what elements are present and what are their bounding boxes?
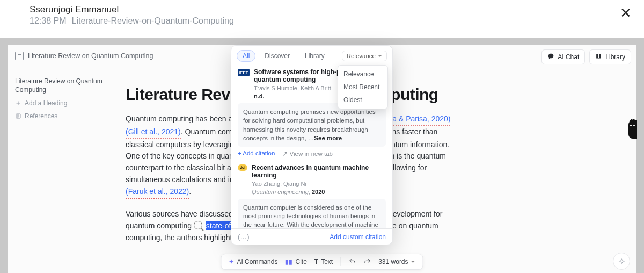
search-icon[interactable] [194, 221, 202, 229]
references-label: References [25, 112, 57, 120]
book-icon [595, 53, 602, 61]
citation-panel: All Discover Library Relevance Relevance… [231, 45, 393, 245]
cite-tab-discover[interactable]: Discover [259, 50, 296, 62]
file-name: Literature-Review-on-Quantum-Computing [71, 16, 233, 26]
add-custom-citation-button[interactable]: Add custom citation [330, 233, 386, 241]
add-heading-label: Add a Heading [25, 99, 67, 107]
text-button[interactable]: T Text [314, 258, 333, 265]
result-title[interactable]: Recent advances in quantum machine learn… [252, 164, 386, 179]
library-button[interactable]: Library [589, 49, 631, 64]
add-heading-button[interactable]: Add a Heading [15, 99, 104, 107]
close-button[interactable]: ✕ [617, 4, 634, 21]
text-icon: T [314, 258, 318, 265]
ai-chat-button[interactable]: AI Chat [541, 49, 585, 64]
sort-button[interactable]: Relevance [342, 51, 387, 61]
user-name: Sserunjogi Emmanuel [30, 4, 234, 15]
outline-current[interactable]: Literature Review on Quantum Computing [15, 77, 104, 94]
library-label: Library [605, 53, 625, 61]
citation-faruk[interactable]: (Faruk et al., 2022) [126, 186, 189, 199]
mascot-peek [628, 120, 637, 139]
sort-option-relevance[interactable]: Relevance [338, 68, 387, 81]
timestamp: 12:38 PM [30, 16, 66, 26]
redo-button[interactable] [363, 258, 371, 265]
chevron-down-icon [411, 261, 415, 265]
sort-option-oldest[interactable]: Oldest [338, 94, 387, 106]
result-snippet: Quantum computer is considered as one of… [238, 199, 386, 228]
see-more-link[interactable]: See more [314, 135, 342, 141]
undo-icon [348, 258, 356, 265]
references-button[interactable]: References [15, 112, 104, 120]
add-citation-button[interactable]: + Add citation [238, 150, 275, 157]
result-journal: Quantum engineering, 2020 [252, 188, 386, 196]
assistant-button[interactable]: ✧ [613, 253, 630, 270]
source-badge-ieee: IEEE [238, 69, 250, 76]
view-new-tab-button[interactable]: ↗ View in new tab [282, 150, 333, 157]
doc-tab-title: Literature Review on Quantum Computing [28, 52, 153, 60]
sort-menu: Relevance Most Recent Oldest [338, 65, 388, 109]
ai-commands-button[interactable]: ✦ AI Commands [229, 258, 277, 265]
separator [340, 257, 341, 266]
undo-button[interactable] [348, 258, 356, 265]
citation-result: doi Recent advances in quantum machine l… [238, 164, 386, 228]
result-snippet: Quantum computing promises new opportuni… [238, 103, 386, 146]
word-count[interactable]: 331 words [378, 258, 415, 265]
result-authors: Yao Zhang, Qiang Ni [252, 180, 386, 188]
cite-icon: ▮▮ [285, 258, 292, 265]
cite-tab-all[interactable]: All [237, 50, 255, 62]
references-icon [15, 113, 21, 119]
citation-gill[interactable]: (Gill et al., 2021) [126, 126, 181, 139]
sparkle-icon: ✦ [229, 258, 234, 265]
ai-chat-label: AI Chat [558, 53, 579, 61]
document-icon [15, 52, 24, 60]
chat-icon [547, 53, 554, 61]
footer-collapse-button[interactable]: (…) [238, 233, 250, 241]
cite-button[interactable]: ▮▮ Cite [285, 258, 306, 265]
chevron-down-icon [378, 55, 382, 59]
source-badge-doi: doi [238, 164, 247, 171]
redo-icon [363, 258, 371, 265]
cite-tab-library[interactable]: Library [299, 50, 331, 62]
sort-option-recent[interactable]: Most Recent [338, 81, 387, 94]
bottom-toolbar: ✦ AI Commands ▮▮ Cite T Text [221, 254, 423, 270]
sparkle-icon: ✧ [618, 256, 625, 267]
plus-icon [15, 100, 21, 106]
